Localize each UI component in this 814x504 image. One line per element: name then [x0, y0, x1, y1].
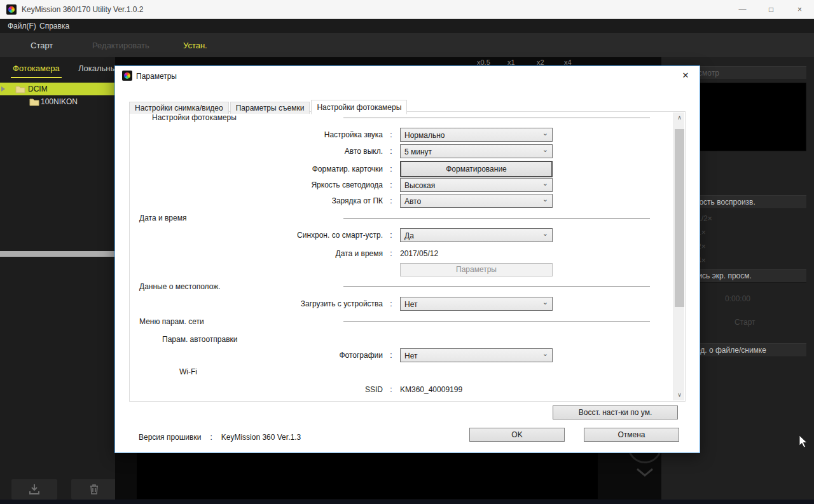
firmware-row: Версия прошивки:KeyMission 360 Ver.1.3 — [139, 433, 310, 442]
datetime-value: 2017/05/12 — [400, 249, 438, 258]
mouse-cursor — [799, 435, 809, 449]
pc-charge-select[interactable]: Авто ⌄ — [400, 194, 553, 208]
folder-icon — [29, 97, 39, 106]
sound-setting-label: Настройка звука — [130, 130, 383, 139]
chevron-down-icon: ⌄ — [542, 195, 548, 203]
download-icon — [28, 483, 41, 496]
restore-defaults-button[interactable]: Восст. наст-ки по ум. — [553, 405, 678, 419]
dialog-icon — [122, 71, 132, 81]
expander-icon[interactable] — [1, 86, 5, 92]
sound-setting-value: Нормально — [404, 131, 445, 140]
format-button[interactable]: Форматирование — [400, 161, 553, 177]
photos-value: Нет — [404, 351, 417, 360]
pc-charge-value: Авто — [404, 197, 421, 206]
firmware-value: KeyMission 360 Ver.1.3 — [221, 433, 301, 442]
pc-charge-label: Зарядка от ПК — [130, 196, 383, 205]
sound-setting-select[interactable]: Нормально ⌄ — [400, 128, 553, 142]
tree-item-label: DCIM — [28, 85, 48, 93]
tab-local[interactable]: Локальнь — [78, 64, 114, 73]
tab-camera-underline — [11, 77, 62, 78]
smart-sync-label: Синхрон. со смарт-устр. — [130, 231, 383, 240]
tab-photo-video-settings[interactable]: Настройки снимка/видео — [129, 102, 229, 114]
ssid-label: SSID — [130, 385, 383, 394]
colon: : — [387, 130, 396, 139]
record-start-button: Старт — [735, 318, 755, 327]
datetime-label: Дата и время — [130, 249, 383, 258]
dialog-close-icon[interactable]: ✕ — [678, 69, 693, 83]
location-download-select[interactable]: Нет ⌄ — [400, 297, 553, 311]
close-button[interactable]: × — [785, 0, 814, 19]
download-button[interactable] — [11, 479, 57, 500]
colon: : — [387, 385, 396, 394]
photos-select[interactable]: Нет ⌄ — [400, 348, 553, 362]
app-icon — [6, 4, 17, 15]
section-camera-settings: Настройки фотокамеры — [152, 113, 237, 122]
maximize-button[interactable]: □ — [757, 0, 785, 19]
smart-sync-select[interactable]: Да ⌄ — [400, 228, 553, 242]
ok-button[interactable]: OK — [469, 428, 565, 442]
tree-item-label: 100NIKON — [41, 97, 78, 106]
colon: : — [210, 433, 212, 442]
window-title: KeyMission 360/170 Utility Ver.1.0.2 — [22, 5, 143, 14]
dialog-content: Настройки фотокамеры Настройка звука : Н… — [129, 111, 686, 402]
tab-camera[interactable]: Фотокамера — [13, 64, 60, 73]
location-download-value: Нет — [404, 300, 417, 309]
colon: : — [387, 231, 396, 240]
status-bar — [0, 500, 814, 504]
scroll-down-icon[interactable]: ∨ — [674, 390, 685, 400]
ssid-value: KM360_40009199 — [400, 385, 462, 394]
dialog-scrollbar[interactable]: ∧ ∨ — [673, 112, 684, 400]
smart-sync-value: Да — [404, 231, 414, 240]
colon: : — [387, 180, 396, 189]
subsection-wifi: Wi-Fi — [179, 367, 197, 376]
chevron-down-icon: ⌄ — [542, 350, 548, 358]
subsection-autosend: Парам. автоотправки — [162, 335, 237, 344]
section-divider — [343, 321, 650, 322]
section-divider — [343, 218, 650, 219]
sidebar-splitter[interactable] — [0, 251, 115, 257]
section-divider — [343, 286, 650, 287]
section-datetime: Дата и время — [139, 214, 186, 222]
settings-dialog: Параметры ✕ Настройки снимка/видео Парам… — [114, 65, 700, 453]
chevron-down-icon: ⌄ — [542, 129, 548, 137]
trash-icon — [88, 483, 100, 496]
menu-help[interactable]: Справка — [39, 22, 69, 31]
led-brightness-select[interactable]: Высокая ⌄ — [400, 178, 553, 192]
delete-button[interactable] — [71, 479, 115, 500]
main-toolbar: Старт Редактировать Устан. — [0, 33, 814, 57]
datetime-params-button: Параметры — [400, 263, 553, 276]
sidebar: Фотокамера Локальнь DCIM 100NIKON — [0, 57, 115, 504]
window-titlebar: KeyMission 360/170 Utility Ver.1.0.2 — □… — [0, 0, 814, 19]
tree-item-dcim[interactable]: DCIM — [0, 83, 115, 95]
menu-file[interactable]: Файл(F) — [8, 22, 36, 31]
toolbar-start[interactable]: Старт — [31, 41, 53, 50]
chevron-down-icon: ⌄ — [542, 298, 548, 306]
tree-item-100nikon[interactable]: 100NIKON — [0, 95, 115, 108]
cancel-button[interactable]: Отмена — [584, 428, 679, 442]
minimize-button[interactable]: — — [728, 0, 757, 19]
folder-icon — [15, 85, 25, 93]
menu-bar: Файл(F) Справка — [0, 19, 814, 33]
section-divider — [343, 118, 650, 118]
photos-label: Фотографии — [130, 351, 383, 360]
chevron-down-icon: ⌄ — [542, 229, 548, 238]
firmware-label: Версия прошивки — [139, 433, 201, 442]
led-brightness-label: Яркость светодиода — [130, 180, 383, 189]
colon: : — [387, 196, 396, 205]
dialog-tabstrip: Настройки снимка/видео Параметры съемки … — [129, 99, 408, 114]
auto-off-select[interactable]: 5 минут ⌄ — [400, 144, 553, 158]
chevron-down-icon: ⌄ — [542, 179, 548, 187]
led-brightness-value: Высокая — [404, 181, 435, 190]
colon: : — [387, 147, 396, 156]
tab-camera-settings[interactable]: Настройки фотокамеры — [311, 100, 407, 114]
scrollbar-thumb[interactable] — [675, 129, 684, 307]
chevron-down-icon[interactable] — [635, 467, 654, 478]
auto-off-label: Авто выкл. — [130, 147, 383, 156]
dialog-title: Параметры — [136, 72, 177, 81]
tab-shooting-params[interactable]: Параметры съемки — [230, 102, 310, 114]
scroll-up-icon[interactable]: ∧ — [674, 112, 685, 123]
colon: : — [387, 165, 396, 174]
toolbar-edit: Редактировать — [92, 41, 149, 50]
auto-off-value: 5 минут — [404, 147, 432, 156]
toolbar-setup[interactable]: Устан. — [183, 41, 207, 50]
